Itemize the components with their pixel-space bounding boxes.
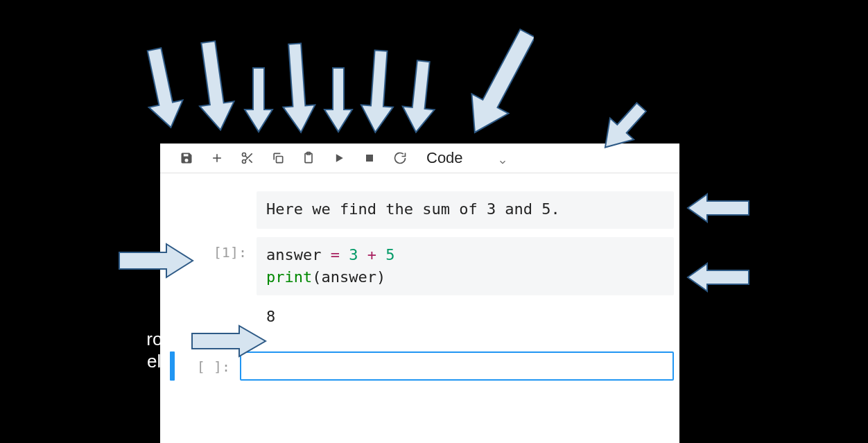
output-text: 8 — [257, 304, 674, 331]
code-content[interactable]: answer = 3 + 5 print(answer) — [257, 237, 674, 295]
annotation-arrow — [399, 59, 440, 139]
svg-line-5 — [249, 159, 252, 163]
chevron-down-icon — [498, 153, 507, 163]
add-cell-button[interactable] — [202, 144, 232, 173]
svg-line-6 — [245, 156, 248, 158]
annotation-arrow — [239, 66, 277, 139]
active-cell-indicator — [170, 351, 175, 381]
annotation-arrow — [357, 49, 399, 139]
annotation-arrow — [686, 262, 752, 295]
save-button[interactable] — [171, 144, 202, 173]
annotation-label-fragment: rom — [136, 329, 177, 350]
svg-point-2 — [243, 153, 246, 157]
annotation-label-fragment: ell — [136, 351, 165, 372]
cell-prompt — [184, 191, 257, 198]
svg-point-3 — [243, 160, 246, 164]
markdown-cell[interactable]: Here we find the sum of 3 and 5. — [160, 187, 679, 233]
svg-marker-10 — [336, 154, 343, 162]
run-button[interactable] — [324, 144, 354, 173]
code-output-1: 8 — [160, 299, 679, 335]
restart-button[interactable] — [385, 144, 415, 173]
code-content[interactable] — [240, 351, 674, 381]
cell-prompt: [ ]: — [184, 351, 240, 375]
cell-type-label: Code — [426, 149, 463, 167]
svg-rect-7 — [277, 157, 283, 163]
paste-button[interactable] — [293, 144, 324, 173]
notebook-panel: Code Here we find the sum of 3 and 5. [1… — [160, 144, 679, 443]
notebook-body: Here we find the sum of 3 and 5. [1]: an… — [160, 173, 679, 385]
annotation-arrow — [191, 38, 239, 139]
annotation-arrow — [277, 42, 319, 139]
markdown-content[interactable]: Here we find the sum of 3 and 5. — [257, 191, 674, 229]
cell-type-dropdown[interactable]: Code — [421, 144, 513, 173]
svg-rect-11 — [366, 155, 373, 162]
code-cell-1[interactable]: [1]: answer = 3 + 5 print(answer) — [160, 233, 679, 299]
annotation-arrow — [444, 21, 534, 146]
annotation-arrow — [319, 66, 357, 139]
code-cell-2[interactable]: [ ]: — [160, 347, 679, 385]
annotation-arrow — [686, 193, 752, 226]
annotation-arrow — [139, 45, 187, 139]
copy-button[interactable] — [263, 144, 293, 173]
notebook-toolbar: Code — [160, 144, 679, 173]
cut-button[interactable] — [232, 144, 263, 173]
stop-button[interactable] — [354, 144, 385, 173]
cell-prompt: [1]: — [184, 237, 257, 261]
